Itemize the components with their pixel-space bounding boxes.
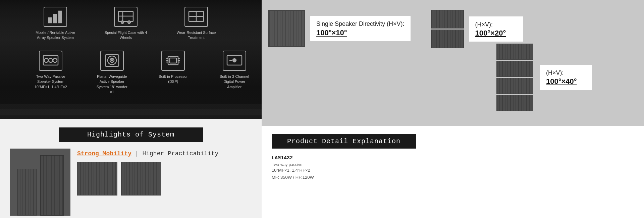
single-speaker-item: Single Speaker Directivity (H×V): 100°×1… <box>268 10 411 47</box>
feature-amplifier: Built-in 3-Channel Digital Power Amplifi… <box>217 51 252 90</box>
icon-row-2: Two-Way Passive Speaker System 10"MF×1, … <box>34 51 252 95</box>
two-way-speaker-icon <box>39 51 62 71</box>
highlights-images <box>77 162 252 196</box>
planar-waveguide-icon <box>100 51 124 71</box>
product-detail-section: Product Detail Explanation LAM1432 Two-w… <box>262 126 644 218</box>
speaker-unit-2 <box>40 155 64 216</box>
model-1-desc1: 10"MF×1, 1.4"HF×2 <box>272 167 314 174</box>
model-1-block: LAM1432 Two-way passive 10"MF×1, 1.4"HF×… <box>272 155 314 181</box>
feature-mobile-array: Moblie / Rentable Active Array Speaker S… <box>34 7 77 41</box>
directivity-section: Single Speaker Directivity (H×V): 100°×1… <box>262 0 644 127</box>
model-1-name: LAM1432 <box>272 155 314 161</box>
svg-point-12 <box>44 58 48 62</box>
double-speaker-value: 100°×20° <box>475 29 517 38</box>
svg-rect-0 <box>49 18 51 23</box>
double-speaker-item: (H×V): 100°×20° <box>431 10 523 48</box>
product-detail-title: Product Detail Explanation <box>287 138 400 145</box>
strong-mobility-label: Strong Mobility <box>77 150 131 157</box>
quad-speaker-item: (H×V): 100°×40° <box>496 44 592 111</box>
highlight-speaker-img-2 <box>121 162 161 196</box>
mobility-heading: Strong Mobility | Higher Practicability <box>77 150 252 157</box>
highlights-text-area: Strong Mobility | Higher Practicability <box>77 149 252 196</box>
quad-speaker-image <box>496 44 533 111</box>
highlights-title-bar: Highlights of System <box>59 127 203 142</box>
icon-row-1: Moblie / Rentable Active Array Speaker S… <box>34 7 252 41</box>
features-icons-section: Moblie / Rentable Active Array Speaker S… <box>34 7 252 95</box>
feature-flight-case: Special Flight Case with 4 Wheels <box>104 7 148 41</box>
quad-speaker-value: 100°×40° <box>546 77 586 86</box>
flight-case-label: Special Flight Case with 4 Wheels <box>104 30 148 41</box>
flight-case-icon <box>114 7 138 27</box>
left-panel: Moblie / Rentable Active Array Speaker S… <box>0 0 262 218</box>
svg-point-18 <box>111 60 113 61</box>
model-1-desc2: MF: 350W / HF:120W <box>272 174 314 181</box>
highlights-section: Highlights of System Strong Mobility | H… <box>0 119 262 218</box>
svg-rect-20 <box>170 58 176 63</box>
planar-waveguide-label: Planar Waveguide Active Speaker System 1… <box>95 74 129 95</box>
product-detail-title-bar: Product Detail Explanation <box>272 134 416 149</box>
amplifier-label: Built-in 3-Channel Digital Power Amplifi… <box>217 74 252 90</box>
svg-rect-2 <box>59 11 61 23</box>
model-1-type: Two-way passive <box>272 162 314 167</box>
highlight-speaker-img-1 <box>77 162 117 196</box>
quad-speaker-label: (H×V): <box>546 69 586 77</box>
feature-wear-resistant: Wear-Resistant Surface Treatment <box>174 7 218 41</box>
single-speaker-value: 100°×10° <box>316 29 405 37</box>
two-way-label: Two-Way Passive Speaker System 10"MF×1, … <box>34 74 68 90</box>
double-speaker-label-box: (H×V): 100°×20° <box>469 16 523 42</box>
amplifier-icon <box>223 51 246 71</box>
double-speaker-image <box>431 10 464 48</box>
svg-point-14 <box>53 58 57 62</box>
quad-speaker-label-box: (H×V): 100°×40° <box>540 65 592 90</box>
feature-two-way-passive: Two-Way Passive Speaker System 10"MF×1, … <box>34 51 68 90</box>
mobile-array-icon <box>44 7 67 27</box>
feature-dsp: Built-in Processor (DSP) <box>156 51 191 85</box>
speaker-unit-1 <box>17 169 37 216</box>
single-speaker-image <box>268 10 305 47</box>
product-detail-content: LAM1432 Two-way passive 10"MF×1, 1.4"HF×… <box>272 155 634 181</box>
single-speaker-label-box: Single Speaker Directivity (H×V): 100°×1… <box>310 16 411 41</box>
svg-point-7 <box>128 21 130 23</box>
double-speaker-label: (H×V): <box>475 20 517 29</box>
wear-resistant-label: Wear-Resistant Surface Treatment <box>174 30 218 41</box>
single-speaker-label: Single Speaker Directivity (H×V): <box>316 20 405 28</box>
wear-resistant-icon <box>184 7 208 27</box>
dsp-icon <box>161 51 185 71</box>
dsp-label: Built-in Processor (DSP) <box>156 74 191 85</box>
higher-practicability-label: | Higher Practicability <box>135 150 218 157</box>
svg-point-13 <box>49 58 53 62</box>
svg-rect-1 <box>54 14 56 23</box>
right-panel: Single Speaker Directivity (H×V): 100°×1… <box>262 0 644 218</box>
highlights-content: Strong Mobility | Higher Practicability <box>10 149 252 216</box>
svg-point-6 <box>121 21 124 23</box>
svg-point-28 <box>233 59 236 62</box>
mobile-array-label: Moblie / Rentable Active Array Speaker S… <box>34 30 77 41</box>
speaker-left-image <box>10 149 70 216</box>
svg-rect-11 <box>43 56 58 65</box>
feature-planar-waveguide: Planar Waveguide Active Speaker System 1… <box>95 51 129 95</box>
highlights-title: Highlights of System <box>87 131 174 139</box>
